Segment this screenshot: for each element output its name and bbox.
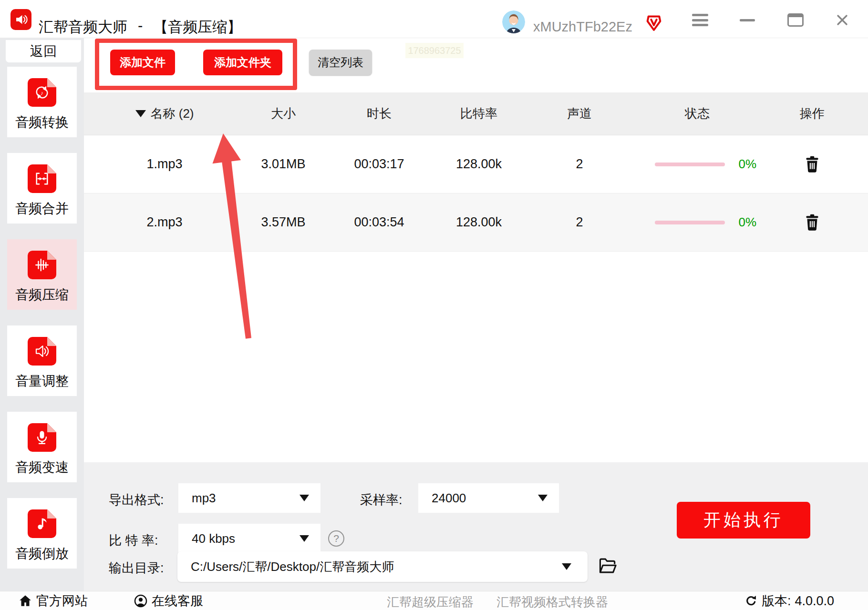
column-header-status: 状态 xyxy=(638,105,756,122)
column-header-duration[interactable]: 时长 xyxy=(321,105,437,122)
sidebar-item-audio-reverse[interactable]: 音频倒放 xyxy=(7,498,77,569)
action-cell xyxy=(756,213,868,232)
file-channels: 2 xyxy=(521,215,638,230)
app-name: 汇帮音频大师 xyxy=(39,17,127,37)
watermark-text: 1768963725 xyxy=(405,43,464,58)
column-header-size[interactable]: 大小 xyxy=(245,105,321,122)
sidebar-item-volume-adjust[interactable]: 音量调整 xyxy=(7,325,77,396)
sidebar: 返回 ♪ 音频转换 音频合并 xyxy=(0,38,84,591)
title-separator: - xyxy=(138,17,143,37)
progress-percent: 0% xyxy=(738,215,756,230)
main-content: 添加文件 添加文件夹 清空列表 1768963725 名称 (2) 大小 时长 … xyxy=(84,38,868,591)
file-channels: 2 xyxy=(521,157,638,172)
vip-badge-icon[interactable] xyxy=(644,13,663,32)
home-icon xyxy=(18,594,32,608)
sidebar-item-audio-compress[interactable]: 音频压缩 xyxy=(7,239,77,310)
file-size: 3.01MB xyxy=(245,157,321,172)
clear-list-button[interactable]: 清空列表 xyxy=(309,50,372,75)
sidebar-item-label: 音量调整 xyxy=(15,372,69,390)
status-cell: 0% xyxy=(638,215,756,230)
column-header-bitrate[interactable]: 比特率 xyxy=(437,105,521,122)
bitrate-select[interactable]: 40 kbps xyxy=(178,524,320,553)
sidebar-item-label: 音频变速 xyxy=(15,458,69,477)
export-format-select[interactable]: mp3 xyxy=(178,483,320,513)
file-table-header: 名称 (2) 大小 时长 比特率 声道 状态 操作 xyxy=(84,92,868,135)
compressor-product-link[interactable]: 汇帮超级压缩器 xyxy=(387,594,474,610)
file-name: 1.mp3 xyxy=(84,157,245,172)
audio-speed-icon xyxy=(28,423,56,452)
status-cell: 0% xyxy=(638,157,756,172)
page-title: 【音频压缩】 xyxy=(153,17,242,37)
help-icon[interactable]: ? xyxy=(328,530,344,547)
user-avatar[interactable] xyxy=(502,10,525,33)
column-header-channels[interactable]: 声道 xyxy=(521,105,638,122)
audio-merge-icon xyxy=(28,164,56,193)
sidebar-item-audio-merge[interactable]: 音频合并 xyxy=(7,153,77,224)
sidebar-item-label: 音频压缩 xyxy=(15,286,69,304)
browse-folder-button[interactable] xyxy=(598,557,617,576)
version-value: 4.0.0.0 xyxy=(795,594,835,609)
table-row[interactable]: 1.mp3 3.01MB 00:03:17 128.00k 2 0% xyxy=(84,135,868,193)
chevron-down-icon xyxy=(300,495,309,501)
progress-percent: 0% xyxy=(738,157,756,172)
output-dir-label: 输出目录: xyxy=(109,559,164,577)
title-bar: 汇帮音频大师 - 【音频压缩】 xMUzhTFb22Ez xyxy=(0,0,868,38)
chevron-down-icon xyxy=(300,535,309,542)
file-bitrate: 128.00k xyxy=(437,215,521,230)
table-row[interactable]: 2.mp3 3.57MB 00:03:54 128.00k 2 0% xyxy=(84,193,868,252)
file-size: 3.57MB xyxy=(245,215,321,230)
settings-panel: 导出格式: mp3 采样率: 24000 比 特 率: 40 kbps ? 输出… xyxy=(84,462,868,591)
minimize-button[interactable] xyxy=(737,10,758,30)
sidebar-item-label: 音频转换 xyxy=(15,113,69,132)
file-bitrate: 128.00k xyxy=(437,157,521,172)
sidebar-item-audio-speed[interactable]: 音频变速 xyxy=(7,412,77,482)
official-site-link[interactable]: 官方网站 xyxy=(18,591,88,610)
sidebar-item-label: 音频合并 xyxy=(15,200,69,218)
delete-file-button[interactable] xyxy=(804,213,821,232)
audio-reverse-icon xyxy=(28,509,56,538)
online-service-link[interactable]: 在线客服 xyxy=(134,591,203,610)
file-duration: 00:03:54 xyxy=(321,215,437,230)
volume-adjust-icon xyxy=(28,337,56,366)
action-cell xyxy=(756,155,868,174)
audio-compress-icon xyxy=(28,251,56,279)
video-converter-product-link[interactable]: 汇帮视频格式转换器 xyxy=(496,594,608,610)
sidebar-item-label: 音频倒放 xyxy=(15,545,69,563)
app-logo-icon xyxy=(10,9,31,30)
footer: 官方网站 在线客服 汇帮超级压缩器 汇帮视频格式转换器 版本: 4.0.0.0 xyxy=(0,591,868,610)
column-header-name[interactable]: 名称 (2) xyxy=(84,105,245,122)
column-header-action: 操作 xyxy=(756,105,868,122)
progress-bar xyxy=(655,221,725,224)
export-format-label: 导出格式: xyxy=(109,491,164,508)
file-name: 2.mp3 xyxy=(84,215,245,230)
close-button[interactable] xyxy=(832,10,853,30)
back-button[interactable]: 返回 xyxy=(6,40,81,62)
version-info: 版本: 4.0.0.0 xyxy=(744,591,834,610)
update-refresh-icon[interactable] xyxy=(744,594,758,608)
menu-button[interactable] xyxy=(690,10,711,30)
bitrate-label: 比 特 率: xyxy=(109,532,158,549)
sample-rate-label: 采样率: xyxy=(360,491,403,508)
delete-file-button[interactable] xyxy=(804,155,821,174)
file-duration: 00:03:17 xyxy=(321,157,437,172)
svg-text:♪: ♪ xyxy=(41,90,43,96)
version-label: 版本: xyxy=(762,592,791,610)
sort-arrow-icon xyxy=(135,110,146,117)
window-title: 汇帮音频大师 - 【音频压缩】 xyxy=(39,17,242,37)
start-execute-button[interactable]: 开始执行 xyxy=(677,502,810,539)
progress-bar xyxy=(655,163,725,166)
add-file-button[interactable]: 添加文件 xyxy=(110,50,175,75)
sample-rate-select[interactable]: 24000 xyxy=(418,483,559,513)
add-folder-button[interactable]: 添加文件夹 xyxy=(203,50,282,75)
maximize-button[interactable] xyxy=(785,10,806,30)
audio-convert-icon: ♪ xyxy=(28,78,56,107)
chevron-down-icon xyxy=(562,563,571,570)
output-dir-select[interactable]: C:/Users/汇帮/Desktop/汇帮音频大师 xyxy=(177,551,588,582)
customer-service-icon xyxy=(134,594,148,608)
username: xMUzhTFb22Ez xyxy=(533,19,632,35)
sidebar-item-audio-convert[interactable]: ♪ 音频转换 xyxy=(7,67,77,137)
chevron-down-icon xyxy=(538,495,548,501)
